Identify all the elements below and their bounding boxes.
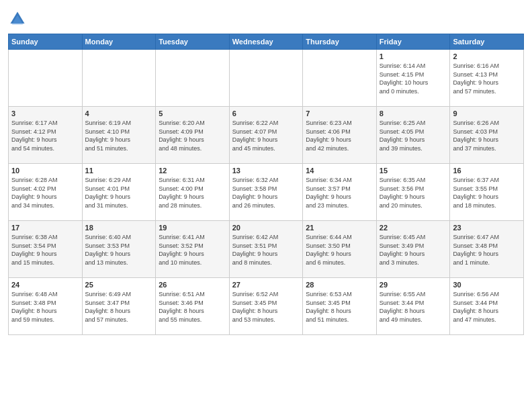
calendar-cell: 20Sunrise: 6:42 AM Sunset: 3:51 PM Dayli…: [229, 221, 303, 278]
calendar-cell: 5Sunrise: 6:20 AM Sunset: 4:09 PM Daylig…: [156, 107, 230, 164]
day-info: Sunrise: 6:42 AM Sunset: 3:51 PM Dayligh…: [232, 233, 300, 267]
day-info: Sunrise: 6:23 AM Sunset: 4:06 PM Dayligh…: [306, 119, 373, 152]
calendar-cell: 29Sunrise: 6:55 AM Sunset: 3:44 PM Dayli…: [376, 278, 450, 335]
calendar-cell: 13Sunrise: 6:32 AM Sunset: 3:58 PM Dayli…: [229, 164, 303, 221]
weekday-header: Thursday: [303, 34, 377, 50]
day-info: Sunrise: 6:49 AM Sunset: 3:47 PM Dayligh…: [85, 290, 153, 324]
day-info: Sunrise: 6:40 AM Sunset: 3:53 PM Dayligh…: [85, 233, 153, 267]
header: [8, 7, 524, 28]
calendar-cell: 28Sunrise: 6:53 AM Sunset: 3:45 PM Dayli…: [303, 278, 377, 335]
day-number: 19: [159, 224, 226, 232]
calendar-cell: 30Sunrise: 6:56 AM Sunset: 3:44 PM Dayli…: [450, 278, 524, 335]
calendar-cell: 27Sunrise: 6:52 AM Sunset: 3:45 PM Dayli…: [229, 278, 303, 335]
day-number: 27: [232, 281, 300, 289]
calendar-week-row: 17Sunrise: 6:38 AM Sunset: 3:54 PM Dayli…: [9, 221, 524, 278]
day-info: Sunrise: 6:29 AM Sunset: 4:01 PM Dayligh…: [85, 176, 153, 210]
calendar-cell: 9Sunrise: 6:26 AM Sunset: 4:03 PM Daylig…: [450, 107, 524, 164]
day-number: 2: [453, 52, 521, 60]
day-info: Sunrise: 6:51 AM Sunset: 3:46 PM Dayligh…: [159, 290, 226, 324]
logo: [8, 9, 28, 28]
day-number: 11: [85, 167, 153, 175]
day-number: 22: [380, 224, 447, 232]
day-info: Sunrise: 6:37 AM Sunset: 3:55 PM Dayligh…: [453, 176, 521, 210]
day-number: 5: [159, 109, 226, 118]
day-number: 1: [380, 52, 447, 60]
calendar-cell: [9, 50, 83, 107]
calendar-cell: 26Sunrise: 6:51 AM Sunset: 3:46 PM Dayli…: [156, 278, 230, 335]
calendar-cell: 10Sunrise: 6:28 AM Sunset: 4:02 PM Dayli…: [9, 164, 83, 221]
day-number: 17: [11, 224, 79, 232]
day-number: 3: [11, 109, 79, 118]
day-info: Sunrise: 6:31 AM Sunset: 4:00 PM Dayligh…: [159, 176, 226, 210]
calendar-cell: [303, 50, 377, 107]
day-number: 23: [453, 224, 521, 232]
day-info: Sunrise: 6:48 AM Sunset: 3:48 PM Dayligh…: [11, 290, 79, 324]
calendar-cell: 22Sunrise: 6:45 AM Sunset: 3:49 PM Dayli…: [376, 221, 450, 278]
calendar-cell: 25Sunrise: 6:49 AM Sunset: 3:47 PM Dayli…: [82, 278, 156, 335]
calendar-cell: 3Sunrise: 6:17 AM Sunset: 4:12 PM Daylig…: [9, 107, 83, 164]
day-info: Sunrise: 6:35 AM Sunset: 3:56 PM Dayligh…: [380, 176, 447, 210]
day-number: 29: [380, 281, 447, 289]
day-number: 20: [232, 224, 300, 232]
day-number: 7: [306, 109, 373, 118]
weekday-header: Sunday: [9, 34, 83, 50]
weekday-header: Saturday: [450, 34, 524, 50]
day-info: Sunrise: 6:52 AM Sunset: 3:45 PM Dayligh…: [232, 290, 300, 324]
day-info: Sunrise: 6:45 AM Sunset: 3:49 PM Dayligh…: [380, 233, 447, 267]
calendar-header-row: SundayMondayTuesdayWednesdayThursdayFrid…: [9, 34, 524, 50]
page-container: SundayMondayTuesdayWednesdayThursdayFrid…: [0, 0, 532, 342]
day-number: 15: [380, 167, 447, 175]
weekday-header: Friday: [376, 34, 450, 50]
calendar-cell: 24Sunrise: 6:48 AM Sunset: 3:48 PM Dayli…: [9, 278, 83, 335]
calendar-table: SundayMondayTuesdayWednesdayThursdayFrid…: [8, 34, 524, 335]
day-number: 6: [232, 109, 300, 118]
day-info: Sunrise: 6:19 AM Sunset: 4:10 PM Dayligh…: [85, 119, 153, 152]
calendar-cell: 8Sunrise: 6:25 AM Sunset: 4:05 PM Daylig…: [376, 107, 450, 164]
calendar-week-row: 3Sunrise: 6:17 AM Sunset: 4:12 PM Daylig…: [9, 107, 524, 164]
calendar-cell: 1Sunrise: 6:14 AM Sunset: 4:15 PM Daylig…: [376, 50, 450, 107]
weekday-header: Tuesday: [156, 34, 230, 50]
calendar-cell: 14Sunrise: 6:34 AM Sunset: 3:57 PM Dayli…: [303, 164, 377, 221]
day-info: Sunrise: 6:53 AM Sunset: 3:45 PM Dayligh…: [306, 290, 373, 324]
calendar-cell: 4Sunrise: 6:19 AM Sunset: 4:10 PM Daylig…: [82, 107, 156, 164]
day-info: Sunrise: 6:44 AM Sunset: 3:50 PM Dayligh…: [306, 233, 373, 267]
calendar-cell: [156, 50, 230, 107]
day-info: Sunrise: 6:16 AM Sunset: 4:13 PM Dayligh…: [453, 62, 521, 95]
day-number: 12: [159, 167, 226, 175]
day-number: 16: [453, 167, 521, 175]
logo-icon: [8, 9, 27, 28]
day-info: Sunrise: 6:56 AM Sunset: 3:44 PM Dayligh…: [453, 290, 521, 324]
day-number: 30: [453, 281, 521, 289]
day-info: Sunrise: 6:28 AM Sunset: 4:02 PM Dayligh…: [11, 176, 79, 210]
day-info: Sunrise: 6:55 AM Sunset: 3:44 PM Dayligh…: [380, 290, 447, 324]
calendar-cell: 23Sunrise: 6:47 AM Sunset: 3:48 PM Dayli…: [450, 221, 524, 278]
calendar-week-row: 24Sunrise: 6:48 AM Sunset: 3:48 PM Dayli…: [9, 278, 524, 335]
day-info: Sunrise: 6:32 AM Sunset: 3:58 PM Dayligh…: [232, 176, 300, 210]
day-number: 25: [85, 281, 153, 289]
calendar-cell: [229, 50, 303, 107]
day-number: 21: [306, 224, 373, 232]
day-number: 14: [306, 167, 373, 175]
calendar-cell: 18Sunrise: 6:40 AM Sunset: 3:53 PM Dayli…: [82, 221, 156, 278]
day-info: Sunrise: 6:25 AM Sunset: 4:05 PM Dayligh…: [380, 119, 447, 152]
calendar-cell: 17Sunrise: 6:38 AM Sunset: 3:54 PM Dayli…: [9, 221, 83, 278]
calendar-cell: 12Sunrise: 6:31 AM Sunset: 4:00 PM Dayli…: [156, 164, 230, 221]
day-info: Sunrise: 6:38 AM Sunset: 3:54 PM Dayligh…: [11, 233, 79, 267]
weekday-header: Wednesday: [229, 34, 303, 50]
day-info: Sunrise: 6:26 AM Sunset: 4:03 PM Dayligh…: [453, 119, 521, 152]
calendar-cell: 19Sunrise: 6:41 AM Sunset: 3:52 PM Dayli…: [156, 221, 230, 278]
day-info: Sunrise: 6:14 AM Sunset: 4:15 PM Dayligh…: [380, 62, 447, 95]
day-number: 28: [306, 281, 373, 289]
calendar-cell: 11Sunrise: 6:29 AM Sunset: 4:01 PM Dayli…: [82, 164, 156, 221]
day-number: 24: [11, 281, 79, 289]
calendar-week-row: 10Sunrise: 6:28 AM Sunset: 4:02 PM Dayli…: [9, 164, 524, 221]
day-number: 26: [159, 281, 226, 289]
day-info: Sunrise: 6:20 AM Sunset: 4:09 PM Dayligh…: [159, 119, 226, 152]
day-number: 4: [85, 109, 153, 118]
calendar-cell: 2Sunrise: 6:16 AM Sunset: 4:13 PM Daylig…: [450, 50, 524, 107]
calendar-cell: 21Sunrise: 6:44 AM Sunset: 3:50 PM Dayli…: [303, 221, 377, 278]
weekday-header: Monday: [82, 34, 156, 50]
day-info: Sunrise: 6:34 AM Sunset: 3:57 PM Dayligh…: [306, 176, 373, 210]
day-number: 13: [232, 167, 300, 175]
day-number: 9: [453, 109, 521, 118]
